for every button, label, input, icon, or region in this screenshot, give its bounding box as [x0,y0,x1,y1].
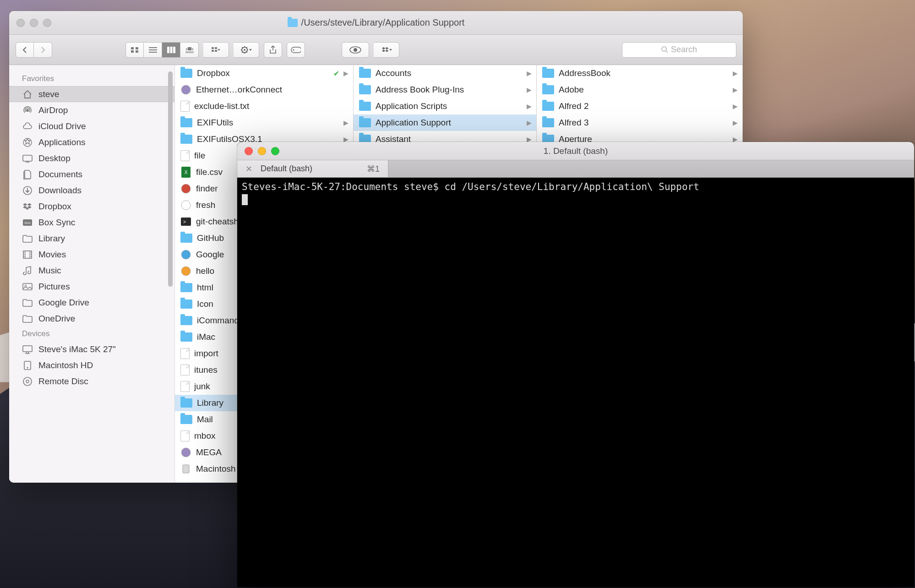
sidebar-item-onedrive[interactable]: OneDrive [9,310,174,327]
action-button[interactable] [234,42,259,58]
document-icon [180,381,190,392]
sidebar-item-steve-s-imac-5k-27-[interactable]: Steve's iMac 5K 27" [9,341,174,357]
terminal-titlebar[interactable]: 1. Default (bash) [237,142,914,160]
terminal-title: 1. Default (bash) [237,146,914,156]
quicklook-button[interactable] [342,42,369,58]
document-icon [180,101,190,112]
svg-rect-11 [186,48,187,50]
folder-icon [542,118,554,127]
folder-icon [542,85,554,94]
file-row[interactable]: Alfred 2▶ [537,98,742,114]
file-name: file [194,151,205,161]
close-button[interactable] [245,147,253,155]
view-buttons [125,42,199,58]
file-name: Alfred 2 [559,101,588,111]
svg-point-49 [181,85,191,94]
sidebar-item-label: Documents [38,169,82,180]
file-row[interactable]: AddressBook▶ [537,65,742,82]
disclosure-arrow-icon: ▶ [527,70,532,77]
folder-icon [180,118,192,127]
coverflow-view-button[interactable] [180,42,199,58]
forward-button[interactable] [34,42,52,58]
sidebar-item-box-sync[interactable]: boxBox Sync [9,214,174,230]
file-row[interactable]: Adobe▶ [537,82,742,98]
file-row[interactable]: Application Scripts▶ [354,98,536,114]
app-icon [180,447,191,457]
file-row[interactable]: Dropbox✔▶ [175,65,353,82]
sidebar-item-label: Google Drive [38,298,89,308]
icon-view-button[interactable] [125,42,144,58]
file-name: Address Book Plug-Ins [376,85,464,95]
document-icon [180,348,190,359]
sidebar-item-icloud-drive[interactable]: iCloud Drive [9,118,174,134]
sidebar-item-steve[interactable]: steve [9,86,174,102]
file-row[interactable]: Address Book Plug-Ins▶ [354,82,536,98]
sidebar-item-downloads[interactable]: Downloads [9,182,174,198]
sidebar-heading: Devices [9,327,174,341]
back-button[interactable] [16,42,34,58]
column-view-button[interactable] [162,42,180,58]
dropbox-toolbar-button[interactable] [374,42,399,58]
file-name: iMac [197,332,215,342]
svg-point-56 [181,250,191,259]
file-name: junk [194,381,210,392]
file-name: Dropbox [197,68,230,78]
file-row[interactable]: EXIFUtils▶ [175,114,353,131]
share-button[interactable] [264,42,282,58]
svg-rect-16 [215,47,217,49]
tab-close-icon[interactable]: ✕ [245,164,252,174]
zoom-button[interactable] [43,19,51,27]
file-name: exclude-list.txt [194,101,249,111]
sidebar-item-google-drive[interactable]: Google Drive [9,294,174,310]
downloads-icon [22,185,33,196]
search-field[interactable]: Search [622,42,736,58]
file-name: fresh [196,200,215,210]
file-name: finder [196,184,218,194]
sidebar-item-music[interactable]: Music [9,262,174,278]
terminal-prompt: Steves-iMac-5K-27:Documents steve$ [242,181,445,192]
document-icon [180,430,190,441]
sidebar-item-airdrop[interactable]: AirDrop [9,102,174,118]
file-row[interactable]: Accounts▶ [354,65,536,82]
home-icon [22,89,33,100]
sidebar-item-remote-disc[interactable]: Remote Disc [9,373,174,389]
file-name: Macintosh [196,464,236,474]
sidebar-item-macintosh-hd[interactable]: Macintosh HD [9,357,174,373]
sidebar-item-applications[interactable]: Applications [9,134,174,150]
sidebar-item-label: AirDrop [38,105,68,115]
terminal-tab[interactable]: ✕ Default (bash) ⌘1 [237,160,388,177]
file-row[interactable]: exclude-list.txt [175,98,353,114]
disclosure-arrow-icon: ▶ [527,86,532,93]
sidebar-scrollbar[interactable] [168,71,173,287]
minimize-button[interactable] [258,147,266,155]
sidebar-item-movies[interactable]: Movies [9,246,174,262]
sidebar-item-label: Pictures [38,282,70,292]
finder-titlebar[interactable]: /Users/steve/Library/Application Support [9,11,743,35]
file-row[interactable]: Alfred 3▶ [537,114,742,131]
sidebar-item-desktop[interactable]: Desktop [9,150,174,166]
svg-rect-3 [136,50,138,53]
minimize-button[interactable] [30,19,38,27]
tags-button[interactable] [287,42,305,58]
list-view-button[interactable] [144,42,162,58]
sidebar-item-dropbox[interactable]: Dropbox [9,198,174,214]
file-name: mbox [194,431,215,441]
file-name: Application Scripts [376,101,447,111]
document-icon [180,150,190,161]
file-row[interactable]: Ethernet…orkConnect [175,82,353,98]
folder-icon [288,19,298,27]
sidebar-item-library[interactable]: Library [9,230,174,246]
file-row[interactable]: Application Support▶ [354,114,536,131]
terminal-body[interactable]: Steves-iMac-5K-27:Documents steve$ cd /U… [237,178,914,587]
sidebar-item-pictures[interactable]: Pictures [9,278,174,294]
desktop-icon [22,153,33,164]
close-button[interactable] [16,19,25,27]
folder-icon [22,297,33,308]
svg-rect-8 [170,47,172,53]
sidebar-item-documents[interactable]: Documents [9,166,174,182]
svg-rect-1 [136,47,138,49]
arrange-button[interactable] [203,42,229,58]
window-title: /Users/steve/Library/Application Support [9,17,743,28]
svg-rect-10 [188,47,191,50]
zoom-button[interactable] [271,147,279,155]
